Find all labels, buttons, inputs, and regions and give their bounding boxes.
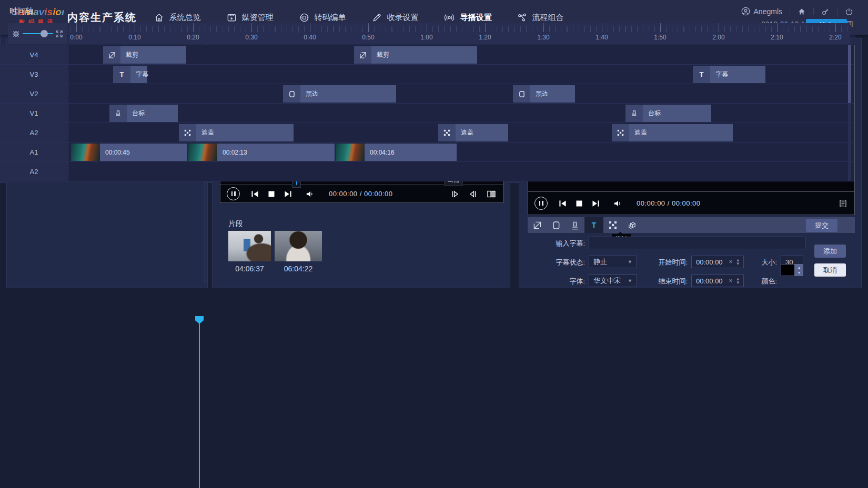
start-time-input[interactable]: 00:00:00 × ▴▾ (691, 256, 744, 268)
zoom-slider-knob[interactable] (41, 30, 48, 37)
timeline-zoom-slider[interactable] (23, 33, 53, 34)
stop-button[interactable] (576, 200, 582, 207)
timeline-ruler[interactable]: 0:00 0:10 0:20 0:30 0:40 0:50 1:00 1:20 … (68, 23, 850, 44)
mosaic-icon (179, 124, 196, 141)
subtitle-tool-icon[interactable]: T (584, 217, 603, 233)
timeline-clip-media[interactable]: 00:02:13 (188, 144, 335, 161)
add-subtitle-button[interactable]: 添加 (814, 245, 846, 258)
track-row-v4: V4 裁剪 裁剪 (0, 45, 854, 65)
template-tool-icon[interactable] (622, 217, 641, 233)
timeline-clip-mask[interactable]: 遮盖 (612, 124, 733, 141)
playhead-marker[interactable] (195, 316, 204, 324)
track-content[interactable]: 黑边 黑边 (68, 84, 854, 103)
subtitle-state-select[interactable]: 静止▼ (589, 256, 637, 268)
track-name[interactable]: V4 (0, 45, 68, 64)
divider (837, 8, 837, 15)
subtitle-icon: T (113, 66, 130, 83)
timeline-clip-crop[interactable]: 裁剪 (103, 46, 186, 64)
spinner-icon[interactable]: ▴▾ (736, 258, 739, 266)
crop-tool-icon[interactable] (528, 217, 547, 233)
pause-icon (231, 191, 236, 196)
logo-stamp-icon (625, 105, 643, 122)
ruler-label: 0:50 (362, 34, 374, 41)
player2-control-bar: 00:00:00 / 00:00:00 (528, 191, 854, 215)
timeline-clip-crop[interactable]: 裁剪 (354, 46, 477, 64)
segments-icon[interactable] (487, 190, 496, 198)
timeline-clip-logo[interactable]: 台标 (109, 105, 178, 122)
logo-stamp-tool-icon[interactable] (566, 217, 584, 233)
track-content[interactable]: 遮盖 遮盖 遮盖 (68, 123, 854, 142)
playhead-line[interactable] (199, 317, 200, 488)
cancel-button[interactable]: 取消 (814, 263, 846, 277)
next-button[interactable] (284, 190, 292, 198)
previous-button[interactable] (251, 190, 259, 198)
timeline-clip-subtitle[interactable]: T 字幕 (113, 66, 147, 83)
next-button[interactable] (592, 200, 600, 207)
timeline-clip-subtitle[interactable]: T 字幕 (693, 66, 765, 83)
crop-icon (103, 46, 120, 64)
timeline-clip-blackedge[interactable]: 黑边 (513, 85, 575, 103)
track-content[interactable] (68, 162, 854, 181)
volume-button[interactable] (614, 200, 622, 207)
timeline-clip-media[interactable]: 00:00:45 (71, 144, 187, 161)
media-thumbnail (71, 144, 100, 161)
color-swatch[interactable] (781, 264, 795, 276)
track-content[interactable]: T 字幕 T 字幕 (68, 65, 854, 84)
timeline-clip-mask[interactable]: 遮盖 (438, 124, 508, 141)
timeline-clip-logo[interactable]: 台标 (625, 105, 711, 122)
outpoint-button[interactable] (469, 190, 477, 198)
nav-item-label: 收录设置 (387, 13, 419, 23)
clear-icon[interactable]: × (729, 277, 732, 284)
black-edge-icon (283, 85, 300, 103)
clip-timecode: 04:06:37 (228, 265, 271, 273)
pause-button[interactable] (227, 187, 240, 200)
inpoint-button[interactable] (451, 190, 459, 198)
player2-timecode: 00:00:00 / 00:00:00 (637, 199, 701, 207)
playlist-icon[interactable] (839, 199, 847, 208)
clip-thumbnail[interactable] (275, 231, 322, 261)
track-name[interactable]: V1 (0, 104, 68, 123)
submit-button[interactable]: 提交 (806, 219, 837, 232)
track-content[interactable]: 00:00:45 00:02:13 00:04:16 (68, 143, 854, 161)
ruler-label: 1:00 (420, 34, 432, 41)
track-row-v3: V3 T 字幕 T 字幕 (0, 65, 854, 84)
size-label: 大小: (745, 258, 777, 267)
track-name[interactable]: A2 (0, 123, 68, 142)
ruler-ticks (68, 23, 850, 32)
track-content[interactable]: 台标 台标 (68, 104, 854, 123)
track-row-a2-2: A2 (0, 162, 854, 181)
color-spinner-icon[interactable]: ▴▾ (795, 264, 803, 276)
track-name[interactable]: A1 (0, 143, 68, 161)
username[interactable]: Anegmls (754, 7, 782, 16)
timeline-clip-blackedge[interactable]: 黑边 (283, 85, 396, 103)
track-name[interactable]: A2 (0, 162, 68, 181)
track-name[interactable]: V3 (0, 65, 68, 84)
timeline-clip-media[interactable]: 00:04:16 (336, 144, 457, 161)
power-icon[interactable] (845, 7, 853, 16)
logo-stamp-icon (109, 105, 127, 122)
timeline-scrollbar[interactable] (848, 45, 851, 181)
pause-button[interactable] (534, 197, 548, 210)
broadcast-icon (443, 13, 455, 23)
subtitle-input[interactable] (589, 237, 805, 249)
end-time-input[interactable]: 00:00:00 × ▴▾ (691, 274, 744, 287)
track-name[interactable]: V2 (0, 84, 68, 103)
black-edge-tool-icon[interactable] (547, 217, 566, 233)
timeline-clip-mask[interactable]: 遮盖 (179, 124, 294, 141)
stop-button[interactable] (268, 191, 275, 197)
clear-icon[interactable]: × (729, 258, 732, 266)
font-select[interactable]: 华文中宋▼ (589, 274, 637, 287)
previous-button[interactable] (559, 200, 567, 207)
track-row-v2: V2 黑边 黑边 (0, 84, 854, 104)
key-icon[interactable] (821, 7, 830, 16)
zoom-out-icon[interactable] (12, 30, 20, 38)
volume-button[interactable] (306, 190, 315, 198)
mosaic-icon (612, 124, 629, 141)
pause-icon (539, 201, 543, 206)
spinner-icon[interactable]: ▴▾ (736, 277, 739, 284)
zoom-in-icon[interactable] (55, 30, 63, 38)
crop-icon (354, 46, 371, 64)
home-shortcut-icon[interactable] (798, 7, 806, 16)
clip-thumbnail[interactable] (228, 231, 271, 261)
track-content[interactable]: 裁剪 裁剪 (68, 45, 854, 64)
